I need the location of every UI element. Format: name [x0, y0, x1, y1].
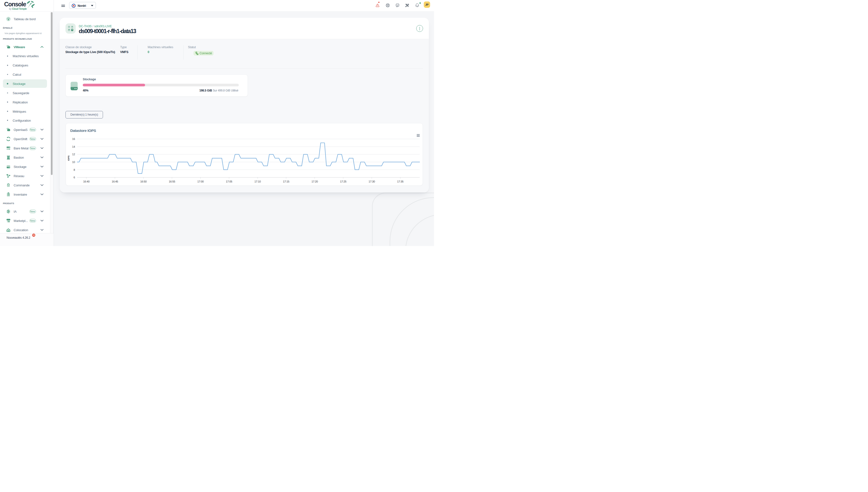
svg-text:16:45: 16:45 — [112, 180, 118, 183]
svg-text:17:30: 17:30 — [368, 180, 375, 183]
svg-text:17:20: 17:20 — [312, 180, 318, 183]
svg-text:12: 12 — [72, 153, 75, 156]
svg-text:6: 6 — [73, 176, 75, 179]
svg-text:16: 16 — [72, 138, 75, 140]
svg-text:16:55: 16:55 — [169, 180, 175, 183]
svg-text:17:00: 17:00 — [197, 180, 204, 183]
svg-text:17:35: 17:35 — [397, 180, 403, 183]
svg-text:17:25: 17:25 — [340, 180, 346, 183]
svg-text:17:05: 17:05 — [226, 180, 232, 183]
svg-text:Datastore IOPS: Datastore IOPS — [70, 128, 96, 132]
svg-text:8: 8 — [73, 168, 75, 171]
svg-text:14: 14 — [72, 145, 75, 148]
svg-text:10: 10 — [72, 161, 75, 164]
svg-text:17:15: 17:15 — [283, 180, 289, 183]
svg-text:16:40: 16:40 — [83, 180, 90, 183]
svg-text:16:50: 16:50 — [140, 180, 147, 183]
svg-text:IOPS: IOPS — [67, 155, 70, 161]
svg-text:17:10: 17:10 — [255, 180, 261, 183]
